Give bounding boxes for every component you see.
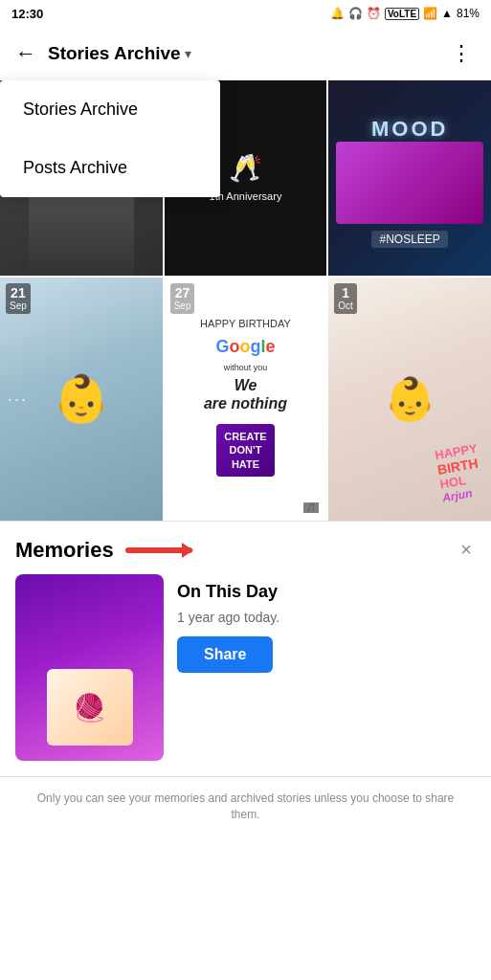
status-time: 12:30: [11, 7, 43, 21]
dropdown-item-posts[interactable]: Posts Archive: [0, 139, 220, 197]
more-options-button[interactable]: ⋮: [443, 37, 480, 70]
dropdown-item-stories[interactable]: Stories Archive: [0, 80, 220, 139]
memories-thumbnail[interactable]: 🧶: [15, 574, 164, 761]
battery-text: 81%: [457, 7, 480, 20]
share-button[interactable]: Share: [177, 636, 273, 673]
date-badge-sep27: 27 Sep: [170, 283, 195, 315]
memories-title: Memories: [15, 538, 114, 563]
signal-icon: ▲: [441, 7, 453, 20]
dropdown-menu: Stories Archive Posts Archive: [0, 80, 220, 197]
grid-item-mood[interactable]: MOOD #NOSLEEP: [328, 80, 491, 276]
wifi-icon: 📶: [423, 7, 437, 20]
watermark: 🎵: [303, 502, 319, 513]
status-icons: 🔔 🎧 ⏰ VoLTE 📶 ▲ 81%: [330, 7, 480, 20]
we-are-nothing-text: Weare nothing: [204, 376, 287, 412]
memories-info: On This Day 1 year ago today. Share: [177, 574, 476, 673]
memories-thumbnail-image: 🧶: [47, 669, 133, 746]
one-year-ago-text: 1 year ago today.: [177, 610, 476, 625]
grid-item-baby-oct1[interactable]: 👶 1 Oct HAPPY BIRTH HOL Arjun: [328, 278, 491, 522]
date-badge-oct1: 1 Oct: [334, 283, 357, 315]
grid-item-baby-sep21[interactable]: 👶 21 Sep ···: [0, 278, 163, 521]
grid-item-google-bday[interactable]: 27 Sep HAPPY BIRTHDAY Google without you…: [165, 278, 327, 522]
alarm-icon: 🔔: [330, 7, 345, 20]
red-arrow-indicator: [125, 547, 192, 553]
without-you-text: without you: [224, 363, 268, 372]
memories-close-button[interactable]: ×: [457, 535, 476, 565]
headset-icon: 🎧: [348, 7, 363, 20]
memories-card: 🧶 On This Day 1 year ago today. Share: [0, 574, 491, 776]
date-badge-sep21: 21 Sep: [6, 283, 31, 315]
status-bar: 12:30 🔔 🎧 ⏰ VoLTE 📶 ▲ 81%: [0, 0, 491, 27]
on-this-day-title: On This Day: [177, 582, 476, 602]
nosleep-tag: #NOSLEEP: [371, 231, 447, 248]
footer-note: Only you can see your memories and archi…: [0, 777, 491, 842]
create-dont-hate-sticker: CREATEDON'THATE: [216, 424, 274, 477]
google-logo: Google: [215, 337, 275, 357]
alarm-clock-icon: ⏰: [367, 7, 381, 20]
mood-text: MOOD: [371, 117, 448, 142]
memories-section: Memories × 🧶 On This Day 1 year ago toda…: [0, 522, 491, 776]
app-title: Stories Archive: [48, 43, 181, 64]
title-dropdown[interactable]: Stories Archive ▾: [48, 43, 443, 64]
dropdown-arrow-icon: ▾: [185, 46, 191, 61]
happy-birthday-text: HAPPY BIRTHDAY: [200, 318, 291, 329]
app-bar: ← Stories Archive ▾ ⋮: [0, 27, 491, 80]
back-button[interactable]: ←: [11, 37, 40, 70]
memories-title-row: Memories: [15, 538, 192, 563]
volte-badge: VoLTE: [385, 8, 419, 20]
memories-header: Memories ×: [0, 522, 491, 574]
more-dots-sep21[interactable]: ···: [8, 389, 28, 409]
